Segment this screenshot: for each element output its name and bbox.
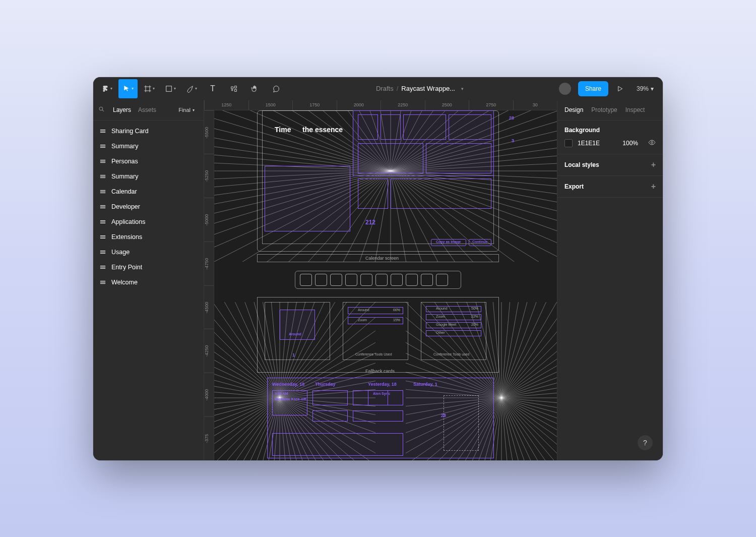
icon-slot[interactable] [360, 274, 372, 286]
move-tool-button[interactable]: ▾ [118, 79, 138, 98]
canvas-text: Continue [472, 240, 487, 244]
canvas-text: Conference Tools used [433, 352, 469, 356]
layer-row[interactable]: Sharing Card [93, 124, 204, 139]
frame-icon [144, 85, 152, 93]
svg-line-144 [501, 365, 557, 398]
layer-row[interactable]: Welcome [93, 275, 204, 290]
user-avatar[interactable] [559, 83, 571, 95]
layer-row[interactable]: Applications [93, 214, 204, 229]
search-icon[interactable] [98, 106, 105, 114]
frame-icon [99, 174, 106, 179]
canvas-component[interactable] [403, 114, 446, 140]
icon-slot[interactable] [375, 274, 388, 286]
frame-icon [99, 189, 106, 194]
tab-design[interactable]: Design [564, 106, 583, 113]
frame-tool-button[interactable]: ▾ [140, 79, 159, 98]
canvas-event[interactable] [353, 410, 403, 422]
layer-row[interactable]: Extensions [93, 229, 204, 245]
add-export-button[interactable]: + [651, 182, 656, 191]
zoom-control[interactable]: 39% ▾ [632, 85, 659, 92]
layer-row[interactable]: Entry Point [93, 260, 204, 275]
icon-slot[interactable] [345, 274, 357, 286]
canvas-component[interactable] [358, 114, 378, 140]
layer-row[interactable]: Personas [93, 154, 204, 169]
canvas-component[interactable] [426, 143, 491, 173]
frame-icon [99, 234, 106, 240]
hand-tool-button[interactable] [245, 79, 265, 98]
present-button[interactable] [610, 79, 629, 98]
canvas-component[interactable] [449, 114, 491, 140]
zoom-value: 39% [637, 85, 649, 92]
icon-slot[interactable] [421, 274, 433, 286]
layer-row[interactable]: Calendar [93, 184, 204, 199]
resources-tool-button[interactable] [224, 79, 243, 98]
layer-row[interactable]: Developer [93, 199, 204, 214]
breadcrumb[interactable]: Drafts / Raycast Wrappe... ▾ [376, 85, 464, 92]
right-panel-tabs: Design Prototype Inspect [557, 100, 663, 121]
body: Layers Assets Final ▾ Sharing Card Summa… [93, 100, 663, 460]
icon-slot[interactable] [300, 274, 312, 286]
shape-tool-button[interactable]: ▾ [161, 79, 180, 98]
canvas-text: Website Kick-off [275, 397, 306, 401]
svg-line-87 [501, 398, 557, 460]
pen-tool-button[interactable]: ▾ [182, 79, 201, 98]
breadcrumb-folder: Drafts [376, 85, 394, 92]
canvas-text: Fallback cards [365, 369, 395, 374]
canvas-text: Wednesday, 18 [272, 382, 304, 387]
main-menu-button[interactable]: ▾ [97, 79, 116, 98]
svg-line-131 [501, 302, 551, 398]
canvas-event[interactable] [272, 433, 403, 456]
canvas-component[interactable] [391, 178, 491, 209]
text-tool-button[interactable]: T [203, 79, 222, 98]
tab-assets[interactable]: Assets [138, 106, 156, 113]
icon-slot[interactable] [391, 274, 403, 286]
canvas-event[interactable] [312, 390, 348, 405]
layer-label: Summary [111, 173, 138, 180]
icon-slot[interactable] [315, 274, 327, 286]
canvas-component[interactable] [358, 178, 388, 209]
layer-label: Summary [111, 143, 138, 150]
section-title: Background [564, 127, 600, 134]
layer-row[interactable]: Usage [93, 245, 204, 260]
page-selector[interactable]: Final ▾ [163, 107, 199, 113]
layer-row[interactable]: Summary [93, 169, 204, 184]
layer-row[interactable]: Summary [93, 139, 204, 154]
comment-tool-button[interactable] [267, 79, 286, 98]
layer-label: Entry Point [111, 264, 142, 271]
canvas-text: the essence [302, 126, 343, 134]
add-style-button[interactable]: + [651, 160, 656, 169]
canvas-component[interactable] [381, 114, 401, 140]
canvas-component[interactable] [265, 166, 350, 231]
comment-icon [272, 85, 280, 93]
canvas[interactable]: Time the essence 212 28 3 Calendar scree… [214, 110, 557, 460]
color-swatch[interactable] [564, 139, 573, 147]
canvas-component[interactable] [358, 143, 423, 173]
icon-slot[interactable] [436, 274, 448, 286]
page-selector-label: Final [178, 107, 191, 113]
section-title: Local styles [564, 161, 599, 168]
canvas-dashed-region[interactable] [444, 395, 479, 451]
svg-line-82 [501, 398, 557, 460]
frame-icon [99, 129, 106, 134]
local-styles-section: Local styles + [557, 154, 663, 176]
canvas-row[interactable] [426, 330, 481, 336]
help-button[interactable]: ? [638, 435, 653, 450]
canvas-text: 15% [393, 318, 400, 322]
background-opacity[interactable]: 100% [622, 140, 638, 147]
chevron-down-icon: ▾ [461, 86, 464, 91]
visibility-toggle[interactable] [648, 139, 656, 148]
background-row[interactable]: 1E1E1E 100% [564, 139, 656, 148]
tab-prototype[interactable]: Prototype [591, 106, 617, 113]
icon-slot[interactable] [330, 274, 342, 286]
share-button[interactable]: Share [578, 81, 608, 96]
tab-layers[interactable]: Layers [113, 106, 131, 113]
svg-line-141 [501, 317, 557, 398]
icon-slot[interactable] [406, 274, 418, 286]
export-section: Export + [557, 176, 663, 198]
svg-line-137 [501, 302, 557, 398]
figma-window: ▾ ▾ ▾ ▾ ▾ T [93, 77, 663, 460]
canvas-event[interactable] [312, 410, 348, 422]
tab-inspect[interactable]: Inspect [625, 106, 645, 113]
background-hex[interactable]: 1E1E1E [578, 140, 600, 147]
canvas-area[interactable]: 125015001750200022502500275030 -5500-525… [204, 100, 557, 460]
